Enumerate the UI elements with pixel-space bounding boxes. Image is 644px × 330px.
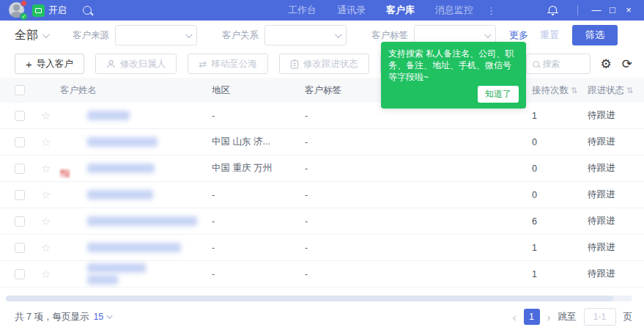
customer-relation-select[interactable]: [264, 25, 347, 45]
maximize-button[interactable]: □: [604, 0, 621, 21]
person-icon: [106, 59, 116, 69]
table-row[interactable]: ☆ 中国 山东 济... - 0 待跟进: [0, 129, 644, 155]
table-header: 客户姓名 地区 客户标签 接待次数⇅ 跟进状态⇅: [0, 78, 644, 103]
blurred-customer-name: [87, 243, 181, 252]
star-icon[interactable]: ☆: [41, 268, 51, 281]
table-row[interactable]: ☆ - - 1 待跟进: [0, 103, 644, 129]
online-status-icon: ✓: [20, 12, 28, 21]
scrollbar-thumb[interactable]: [6, 296, 613, 301]
current-page-button[interactable]: 1: [524, 309, 540, 325]
table-row[interactable]: ☆ - - 6 待跟进: [0, 208, 644, 235]
tab-message-monitor[interactable]: 消息监控: [435, 4, 473, 17]
tabs-overflow-icon[interactable]: ⋮: [486, 5, 496, 16]
star-icon[interactable]: ☆: [41, 188, 51, 202]
table-row[interactable]: ☆ - - 0 待跟进: [0, 182, 644, 208]
sort-icon[interactable]: ⇅: [571, 86, 577, 95]
minimize-button[interactable]: —: [588, 0, 604, 21]
reception-count-cell: 0: [532, 190, 588, 200]
row-checkbox[interactable]: [15, 111, 25, 121]
star-icon[interactable]: ☆: [41, 109, 51, 122]
refresh-icon[interactable]: ⟳: [622, 58, 632, 70]
search-icon[interactable]: [83, 6, 92, 15]
settings-gear-icon[interactable]: ⚙: [601, 58, 612, 70]
move-to-pool-button[interactable]: ⇄ 移动至公海: [188, 54, 267, 74]
jump-page-input[interactable]: [584, 308, 616, 326]
customer-avatar: [60, 106, 81, 126]
chevron-down-icon: [106, 312, 112, 318]
region-cell: -: [212, 216, 305, 227]
scope-dropdown[interactable]: 全部: [15, 28, 48, 43]
tag-cell: -: [305, 190, 532, 200]
customer-source-select[interactable]: [115, 25, 197, 45]
blurred-customer-name: [87, 190, 153, 199]
filter-label: 客户来源: [73, 29, 109, 42]
modify-owner-button[interactable]: 修改归属人: [95, 54, 177, 74]
table-search-box[interactable]: [526, 54, 591, 74]
reception-count-cell: 1: [532, 269, 588, 279]
row-checkbox[interactable]: [15, 243, 25, 253]
header-followup-status[interactable]: 跟进状态⇅: [588, 84, 644, 97]
reset-filters-link[interactable]: 重置: [540, 29, 559, 42]
customer-table: 客户姓名 地区 客户标签 接待次数⇅ 跟进状态⇅ ☆ - - 1 待跟进 ☆: [0, 78, 644, 287]
star-icon[interactable]: ☆: [41, 215, 51, 228]
prev-page-button[interactable]: ‹: [513, 312, 517, 323]
total-count-text: 共 7 项，每页显示: [15, 311, 89, 323]
filter-label: 客户标签: [371, 29, 408, 42]
tab-customer-library[interactable]: 客户库: [386, 4, 415, 17]
tooltip-text: 支持搜索 私人备注名、公司、职务、备注、地址、手机、微信号 等字段啦~: [388, 48, 519, 83]
table-row[interactable]: ☆ - - 1 待跟进: [0, 235, 644, 261]
main-tabs: 工作台 通讯录 客户库 消息监控: [288, 4, 473, 17]
star-icon[interactable]: ☆: [41, 136, 51, 149]
sort-icon[interactable]: ⇅: [626, 86, 633, 95]
more-filters-link[interactable]: 更多: [509, 29, 528, 42]
reception-count-cell: 0: [532, 137, 588, 147]
header-customer-name: 客户姓名: [60, 84, 212, 97]
blurred-customer-name: [87, 137, 158, 147]
customer-avatar: [60, 238, 81, 258]
filter-button[interactable]: 筛选: [572, 25, 618, 45]
region-cell: -: [212, 243, 305, 253]
region-cell: -: [212, 190, 305, 200]
page-suffix-label: 页: [623, 311, 633, 323]
reception-count-cell: 1: [532, 111, 588, 121]
row-checkbox[interactable]: [15, 269, 25, 279]
filter-customer-relation: 客户关系: [222, 25, 347, 45]
tooltip-confirm-button[interactable]: 知道了: [478, 86, 519, 103]
row-checkbox[interactable]: [15, 216, 25, 227]
header-region: 地区: [212, 84, 305, 97]
tab-workbench[interactable]: 工作台: [288, 4, 317, 17]
tab-contacts[interactable]: 通讯录: [337, 4, 366, 17]
star-icon[interactable]: ☆: [41, 162, 51, 175]
action-toolbar: + 导入客户 修改归属人 ⇄ 移动至公海 修改跟进状态: [0, 50, 644, 78]
followup-status-cell: 待跟进: [588, 241, 644, 254]
plus-icon: +: [26, 58, 32, 70]
row-checkbox[interactable]: [15, 137, 25, 147]
table-row[interactable]: ☆ - - 1 待跟进: [0, 261, 644, 287]
tag-cell: -: [305, 216, 532, 227]
import-customer-button[interactable]: + 导入客户: [15, 54, 84, 74]
customer-avatar: [60, 211, 81, 232]
titlebar: ✓ 开启 工作台 通讯录 客户库 消息监控 ⋮ — □ ×: [0, 0, 644, 21]
notification-dot: [21, 0, 27, 7]
row-checkbox[interactable]: [15, 190, 25, 200]
next-page-button[interactable]: ›: [547, 312, 551, 323]
header-reception-count[interactable]: 接待次数⇅: [532, 84, 588, 97]
modify-followup-status-button[interactable]: 修改跟进状态: [279, 54, 369, 74]
horizontal-scrollbar[interactable]: [6, 296, 632, 301]
user-avatar[interactable]: ✓: [9, 2, 25, 18]
star-icon[interactable]: ☆: [41, 241, 51, 254]
table-body: ☆ - - 1 待跟进 ☆ 中国 山东 济... - 0: [0, 103, 644, 287]
select-all-checkbox[interactable]: [15, 85, 25, 95]
followup-status-cell: 待跟进: [588, 188, 644, 201]
close-button[interactable]: ×: [621, 0, 637, 21]
blurred-customer-name: [87, 164, 155, 173]
record-toggle[interactable]: 开启: [32, 4, 67, 17]
bell-icon[interactable]: [547, 5, 558, 16]
followup-status-cell: 待跟进: [588, 268, 644, 280]
page-size-dropdown[interactable]: 15: [93, 312, 111, 322]
row-checkbox[interactable]: [15, 164, 25, 174]
table-search-input[interactable]: [543, 59, 584, 69]
customer-avatar: [60, 264, 81, 285]
app-window: ✓ 开启 工作台 通讯录 客户库 消息监控 ⋮ — □ × 全部 客户来源 客户: [0, 0, 644, 330]
table-row[interactable]: ☆ 中国 重庆 万州 - 0 待跟进: [0, 155, 644, 182]
